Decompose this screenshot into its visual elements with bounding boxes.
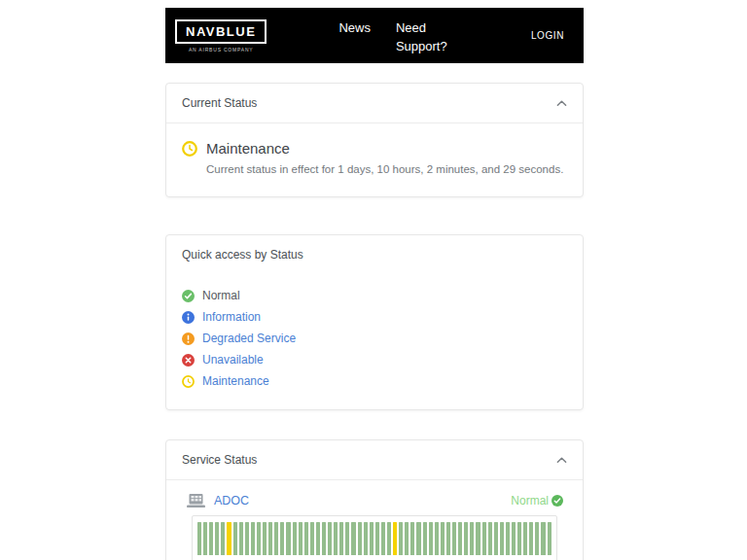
- quick-access-item-degraded-service[interactable]: Degraded Service: [182, 332, 567, 345]
- navblue-logo[interactable]: NAVBLUE AN AIRBUS COMPANY: [175, 19, 267, 52]
- nav-link-news[interactable]: News: [338, 19, 371, 38]
- chevron-up-icon[interactable]: [556, 99, 567, 107]
- service-status-badge-normal: Normal: [511, 494, 563, 508]
- chevron-up-icon[interactable]: [556, 456, 567, 464]
- quick-access-item-information[interactable]: Information: [182, 310, 567, 324]
- service-status-card: Service Status ADOC: [165, 439, 584, 560]
- quick-access-label: Unavailable: [202, 353, 264, 367]
- x-circle-icon: [182, 354, 195, 367]
- quick-access-label: Information: [202, 310, 261, 324]
- current-status-title: Current Status: [182, 96, 257, 110]
- status-text: Normal: [511, 494, 549, 508]
- nav-links: News Need Support?: [338, 16, 456, 56]
- quick-access-label: Maintenance: [202, 374, 269, 388]
- nav-link-need-support[interactable]: Need Support?: [396, 19, 456, 56]
- clock-icon: [182, 375, 195, 388]
- service-row-adoc: ADOC Normal: [186, 493, 563, 508]
- quick-access-item-normal[interactable]: Normal: [182, 289, 567, 302]
- adoc-uptime-chart: 60 days ago 99.78 % Today: [192, 515, 557, 560]
- service-status-title: Service Status: [182, 453, 257, 467]
- current-status-description: Current status in effect for 1 days, 10 …: [206, 163, 567, 175]
- exclamation-circle-icon: [182, 332, 195, 345]
- quick-access-item-unavailable[interactable]: Unavailable: [182, 353, 567, 367]
- service-link-adoc[interactable]: ADOC: [214, 494, 249, 508]
- airbus-tagline: AN AIRBUS COMPANY: [189, 47, 254, 52]
- laptop-icon: [186, 493, 206, 508]
- login-button[interactable]: LOGIN: [531, 30, 564, 41]
- quick-access-card: Quick access by Status Normal Informatio…: [165, 234, 584, 410]
- adoc-uptime-bars: [197, 522, 551, 555]
- top-navigation-bar: NAVBLUE AN AIRBUS COMPANY News Need Supp…: [165, 8, 584, 63]
- current-status-value: Maintenance: [206, 140, 290, 157]
- navblue-logo-text: NAVBLUE: [175, 19, 267, 44]
- quick-access-label: Normal: [202, 289, 240, 302]
- current-status-card: Current Status Maintenance Current statu…: [165, 83, 584, 197]
- check-circle-icon: [551, 495, 563, 507]
- info-circle-icon: [182, 311, 195, 324]
- quick-access-label: Degraded Service: [202, 332, 296, 345]
- check-circle-icon: [182, 290, 195, 302]
- quick-access-title: Quick access by Status: [182, 248, 303, 262]
- clock-icon: [182, 141, 197, 157]
- quick-access-item-maintenance[interactable]: Maintenance: [182, 374, 567, 388]
